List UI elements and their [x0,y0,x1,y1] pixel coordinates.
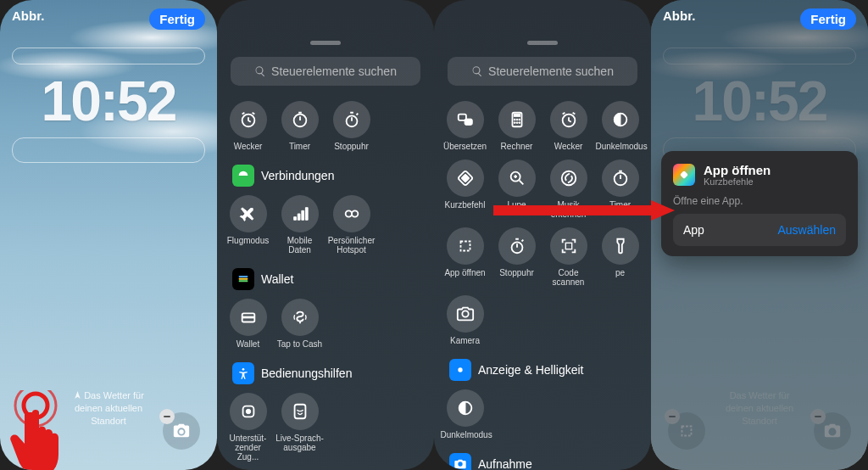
alarm-icon [239,110,258,129]
remove-icon[interactable] [810,409,826,424]
svg-rect-7 [239,278,248,280]
row-4: Kamera [434,295,651,354]
control-mobile-daten[interactable]: Mobile Daten [274,195,326,255]
cancel-button[interactable]: Abbr. [663,8,695,30]
annotation-arrow [493,200,675,224]
control-timer[interactable]: Timer [274,101,326,151]
timer-icon [611,169,630,187]
svg-point-13 [246,409,251,414]
app-open-shortcut-button[interactable] [668,412,705,450]
search-field[interactable]: Steuerelemente suchen [231,57,420,86]
annotation-tap-hand [10,390,78,470]
sheet-grabber[interactable] [310,41,341,45]
control-stoppuhr[interactable]: Stoppuhr [326,101,377,151]
date-widget-slot[interactable] [12,48,205,64]
camera-shortcut-button[interactable] [163,412,200,450]
remove-icon[interactable] [159,409,175,424]
control-dunkelmodus[interactable]: Dunkelmodus [594,101,646,151]
card-app-row[interactable]: App Auswählen [673,214,846,246]
card-row-key: App [683,223,704,237]
cellular-icon [291,204,309,223]
control-taschenlampe[interactable]: pe [594,227,646,287]
control-wecker-2[interactable]: Wecker [542,101,594,151]
control-uebersetzen[interactable]: Übersetzen [439,101,491,151]
svg-rect-18 [514,115,520,117]
svg-point-19 [514,119,515,120]
camera-section-icon [453,457,467,470]
svg-point-21 [518,119,520,120]
camera-icon [172,422,191,440]
svg-rect-10 [242,316,254,318]
date-widget-slot [663,48,856,64]
control-hotspot[interactable]: Persönlicher Hotspot [326,195,377,255]
connections-icon [236,169,250,182]
control-tap-to-cash[interactable]: Tap to Cash [274,299,326,349]
svg-point-22 [514,122,515,124]
svg-point-11 [242,368,245,371]
calculator-icon [508,110,526,129]
control-app-oeffnen[interactable]: App öffnen [439,227,491,287]
control-dunkelmodus-2[interactable]: Dunkelmodus [439,389,491,439]
control-assistive[interactable]: Unterstüt- zender Zug... [222,393,274,462]
search-placeholder: Steuerelemente suchen [271,64,397,78]
app-open-icon [677,422,696,440]
phone-2-controls-panel: Steuerelemente suchen Wecker Timer Stopp… [217,0,434,470]
done-button[interactable]: Fertig [149,8,205,30]
clock-time: 10:52 [663,70,856,132]
svg-rect-32 [565,243,571,249]
cancel-button[interactable]: Abbr. [12,8,44,30]
control-rechner[interactable]: Rechner [491,101,542,151]
done-button[interactable]: Fertig [800,8,856,30]
assistive-icon [239,402,258,421]
qr-icon [559,237,578,255]
control-wallet[interactable]: Wallet [222,299,274,349]
camera-shortcut-button[interactable] [814,412,851,450]
card-description: Öffne eine App. [673,195,846,207]
control-kamera[interactable]: Kamera [439,295,491,345]
section-wallet: Wallet [217,268,434,299]
wallet-section-icon [236,272,250,286]
camera-icon [456,305,475,323]
magnifier-icon [508,169,526,187]
remove-icon[interactable] [665,409,680,424]
widget-slot[interactable] [12,137,205,163]
phone-1-lockscreen-edit: Abbr. Fertig 10:52 Das Wetter für deinen… [0,0,217,470]
phone-4-configure: Abbr. Fertig 10:52 Das Wetter für deinen… [651,0,868,470]
search-field[interactable]: Steuerelemente suchen [448,57,637,86]
shortcuts-app-icon [673,164,695,186]
accessibility-row: Unterstüt- zender Zug... Live-Sprach- au… [217,393,434,470]
card-row-value[interactable]: Auswählen [778,223,837,237]
weather-caption: Das Wetter für deinen aktuellen Standort [651,389,868,428]
wallet-icon [239,308,258,327]
configure-card: App öffnen Kurzbefehle Öffne eine App. A… [661,151,858,256]
clock-time[interactable]: 10:52 [12,70,205,132]
control-kurzbefehl[interactable]: Kurzbefehl [439,159,491,219]
hotspot-icon [342,204,361,223]
shortcut-icon [456,169,475,187]
camera-icon [823,422,842,440]
accessibility-icon [236,366,250,380]
control-code-scannen[interactable]: Code scannen [542,227,594,287]
control-wecker[interactable]: Wecker [222,101,274,151]
svg-rect-8 [239,280,248,282]
section-connections: Verbindungen [217,165,434,195]
live-speech-icon [291,402,309,421]
shazam-icon [559,169,578,187]
brightness-icon [453,363,467,377]
section-display: Anzeige & Helligkeit [434,359,651,389]
card-title: App öffnen [704,163,771,177]
darkmode-icon [456,399,475,417]
display-row: Dunkelmodus [434,389,651,448]
control-flugmodus[interactable]: Flugmodus [222,195,274,255]
alarm-icon [559,110,578,129]
card-subtitle: Kurzbefehle [704,176,771,187]
control-live-speech[interactable]: Live-Sprach- ausgabe [274,393,326,462]
row-1: Übersetzen Rechner Wecker Dunkelmodus [434,101,651,159]
svg-point-23 [516,122,518,124]
sheet-grabber[interactable] [527,41,558,45]
airplane-icon [239,204,258,223]
search-icon [471,65,483,77]
section-accessibility: Bedienungshilfen [217,362,434,393]
app-open-icon [456,237,475,255]
control-stoppuhr-2[interactable]: Stoppuhr [491,227,542,287]
